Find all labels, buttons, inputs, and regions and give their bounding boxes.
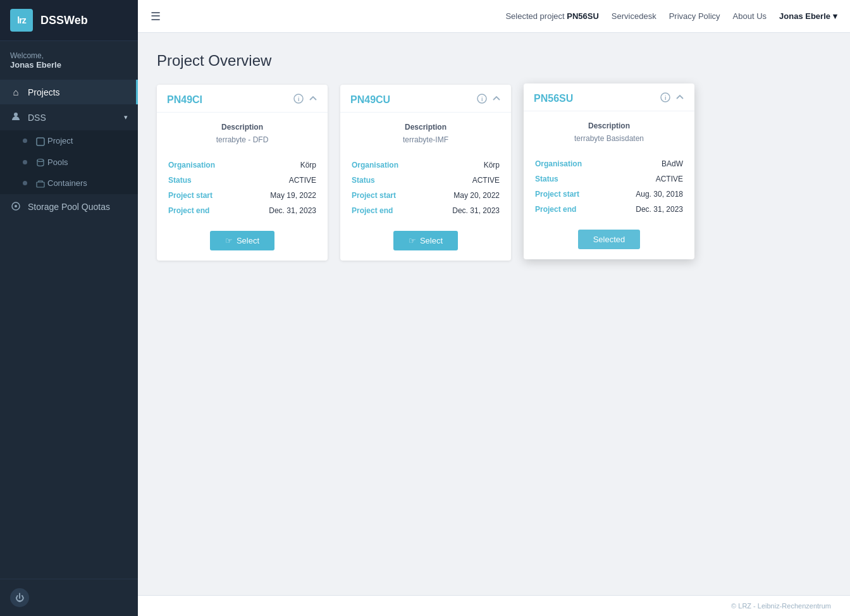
svg-text:i: i: [665, 95, 667, 101]
card-body: Description terrabyte Basisdaten Organis…: [524, 111, 694, 222]
sidebar-item-pools[interactable]: Pools: [0, 152, 138, 173]
project-card-pn49ci: PN49CI i Description terrabyte - DFD: [157, 85, 328, 261]
collapse-icon[interactable]: [675, 93, 684, 104]
card-header-icons: i: [660, 92, 684, 104]
home-icon: ⌂: [10, 87, 22, 97]
sidebar-item-label: Projects: [28, 87, 60, 97]
project-title: PN56SU: [534, 93, 573, 104]
card-footer: ☞ Select: [340, 223, 511, 261]
page-title: Project Overview: [157, 52, 831, 70]
sidebar-subitem-label: Pools: [36, 157, 68, 168]
pointer-icon: ☞: [225, 236, 233, 245]
card-table: Organisation Körp Status ACTIVE Project …: [350, 157, 501, 218]
table-row: Status ACTIVE: [350, 173, 501, 188]
table-row: Organisation Körp: [167, 157, 317, 173]
card-table: Organisation BAdW Status ACTIVE Project …: [534, 156, 684, 217]
collapse-icon[interactable]: [309, 94, 317, 105]
card-header: PN49CI i: [157, 85, 328, 113]
sidebar-logo: lrz DSSWeb: [0, 0, 138, 41]
table-row: Organisation Körp: [350, 157, 501, 173]
chevron-down-icon: ▾: [124, 113, 128, 121]
card-body: Description terrabyte - DFD Organisation…: [157, 113, 328, 223]
card-header: PN49CU i: [340, 85, 511, 113]
table-row: Status ACTIVE: [534, 171, 684, 187]
about-us-link[interactable]: About Us: [733, 11, 767, 21]
sidebar-item-project[interactable]: Project: [0, 130, 138, 152]
dot-icon: [23, 181, 27, 185]
hamburger-menu-icon[interactable]: ☰: [151, 9, 161, 23]
collapse-icon[interactable]: [492, 94, 501, 105]
page-footer: © LRZ - Leibniz-Rechenzentrum: [138, 595, 850, 616]
table-row: Project end Dec. 31, 2023: [350, 203, 501, 218]
dss-subitems: Project Pools Containers: [0, 130, 138, 194]
sidebar-item-label: Storage Pool Quotas: [28, 202, 110, 212]
card-footer: ☞ Select: [157, 223, 328, 261]
sidebar-subitem-label: Containers: [36, 178, 87, 188]
card-body: Description terrabyte-IMF Organisation K…: [340, 113, 511, 223]
table-row: Organisation BAdW: [534, 156, 684, 171]
user-icon: [10, 111, 22, 123]
svg-point-2: [37, 159, 44, 162]
table-row: Project end Dec. 31, 2023: [534, 202, 684, 217]
dot-icon: [23, 139, 27, 143]
project-cards: PN49CI i Description terrabyte - DFD: [157, 85, 831, 261]
info-icon[interactable]: i: [660, 92, 670, 104]
sidebar-item-label: DSS: [28, 113, 46, 123]
chevron-down-icon: ▾: [833, 11, 837, 21]
sidebar-nav: ⌂ Projects DSS ▾ Project: [0, 80, 138, 579]
select-button-pn49cu[interactable]: ☞ Select: [393, 231, 458, 250]
page-content: Project Overview PN49CI i: [138, 33, 850, 595]
table-row: Project start May 19, 2022: [167, 188, 317, 203]
user-menu[interactable]: Jonas Eberle ▾: [779, 11, 837, 21]
svg-point-5: [15, 205, 17, 207]
sidebar-item-projects[interactable]: ⌂ Projects: [0, 80, 138, 104]
svg-rect-3: [37, 182, 44, 187]
svg-text:i: i: [298, 96, 300, 102]
topnav: ☰ Selected project PN56SU Servicedesk Pr…: [138, 0, 850, 33]
project-title: PN49CI: [167, 94, 202, 106]
card-header: PN56SU i: [524, 83, 694, 111]
svg-point-0: [14, 113, 18, 116]
sidebar-username: Jonas Eberle: [10, 60, 128, 70]
card-description: Description terrabyte-IMF: [350, 123, 501, 145]
pointer-icon: ☞: [409, 236, 416, 245]
card-description: Description terrabyte Basisdaten: [534, 121, 684, 144]
sidebar-item-storage-pool-quotas[interactable]: Storage Pool Quotas: [0, 194, 138, 220]
svg-rect-1: [37, 138, 44, 145]
main-content: ☰ Selected project PN56SU Servicedesk Pr…: [138, 0, 850, 616]
info-icon[interactable]: i: [477, 94, 487, 106]
sidebar-welcome: Welcome, Jonas Eberle: [0, 41, 138, 75]
card-header-icons: i: [477, 94, 501, 106]
card-description: Description terrabyte - DFD: [167, 123, 317, 145]
sidebar-bottom: ⏻: [0, 579, 138, 616]
logo-icon: lrz: [10, 9, 33, 32]
select-button-pn49ci[interactable]: ☞ Select: [210, 231, 274, 250]
servicedesk-link[interactable]: Servicedesk: [612, 11, 656, 21]
dot-icon: [23, 160, 27, 164]
svg-text:i: i: [481, 96, 483, 102]
app-title: DSSWeb: [40, 14, 88, 27]
project-card-pn56su: PN56SU i Description terrabyte Basisdate…: [524, 83, 694, 259]
circle-icon: [10, 201, 22, 213]
sidebar: lrz DSSWeb Welcome, Jonas Eberle ⌂ Proje…: [0, 0, 138, 616]
table-row: Project start Aug. 30, 2018: [534, 187, 684, 202]
table-row: Project start May 20, 2022: [350, 188, 501, 203]
info-icon[interactable]: i: [293, 94, 304, 106]
sidebar-subitem-label: Project: [36, 136, 73, 146]
project-card-pn49cu: PN49CU i Description terrabyte-IMF: [340, 85, 511, 261]
selected-project-label: Selected project PN56SU: [505, 11, 598, 21]
privacy-policy-link[interactable]: Privacy Policy: [669, 11, 720, 21]
selected-project-value: PN56SU: [567, 11, 599, 21]
card-table: Organisation Körp Status ACTIVE Project …: [167, 157, 317, 218]
power-button[interactable]: ⏻: [10, 588, 29, 607]
table-row: Status ACTIVE: [167, 173, 317, 188]
sidebar-item-containers[interactable]: Containers: [0, 173, 138, 194]
selected-button-pn56su: Selected: [578, 230, 641, 249]
sidebar-item-dss[interactable]: DSS ▾: [0, 104, 138, 130]
project-title: PN49CU: [350, 94, 390, 106]
card-header-icons: i: [293, 94, 317, 106]
table-row: Project end Dec. 31, 2023: [167, 203, 317, 218]
card-footer: Selected: [524, 222, 694, 259]
